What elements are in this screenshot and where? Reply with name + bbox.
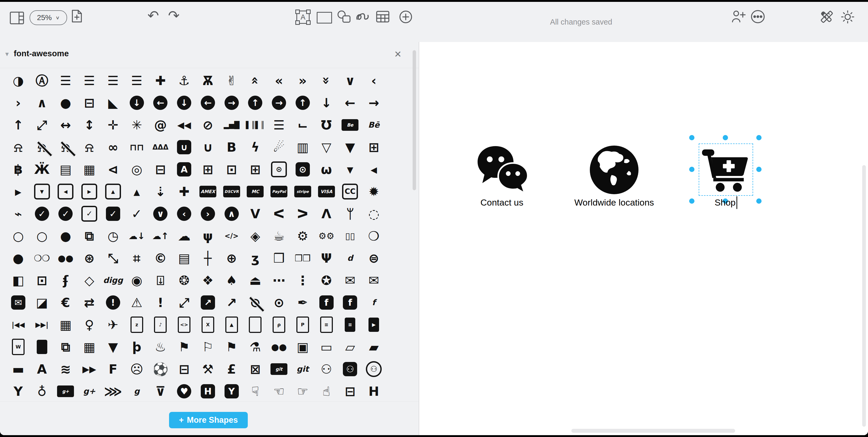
shape-cc-visa-icon[interactable]: VISA — [315, 181, 338, 202]
shape-compress-icon[interactable]: ⤡ — [101, 247, 125, 269]
shape-codepen-icon[interactable]: ◈ — [244, 225, 267, 247]
shape-bell-slash-o-icon[interactable]: ⍾ — [30, 136, 54, 158]
shape-google-plus-square-icon[interactable]: g+ — [54, 380, 78, 402]
shape-comments-o-icon[interactable]: ❍❍ — [30, 247, 54, 269]
selection-handle-sw[interactable] — [689, 198, 694, 204]
shape-code-icon[interactable]: </> — [220, 225, 244, 247]
shape-eye-icon[interactable]: ⊙ — [267, 291, 291, 314]
shape-file-image-o-icon[interactable]: ▲ — [220, 314, 244, 336]
shape-header-icon[interactable]: H — [362, 380, 386, 402]
shape-building-o-icon[interactable]: ▤ — [54, 158, 78, 181]
shape-angle-double-left-icon[interactable]: « — [267, 69, 291, 92]
shape-beer-icon[interactable]: ℧ — [315, 114, 338, 136]
shape-bitbucket-icon[interactable]: ∪ — [196, 136, 220, 158]
shape-arrow-circle-right-icon[interactable]: → — [267, 92, 291, 114]
sketch-style-button[interactable] — [819, 9, 834, 25]
shape-cloud-upload-icon[interactable]: ☁↑ — [149, 225, 173, 247]
shape-gift-icon[interactable]: ⊠ — [244, 358, 267, 380]
shape-google-icon[interactable]: g — [125, 380, 149, 402]
wechat-shape[interactable] — [475, 144, 529, 196]
shape-flag-icon[interactable]: ⚑ — [220, 336, 244, 358]
shape-file-code-o-icon[interactable]: <> — [172, 314, 196, 336]
shape-certificate-icon[interactable]: ✹ — [362, 181, 386, 202]
rectangle-tool-button[interactable] — [317, 12, 332, 24]
shape-cubes-icon[interactable]: ❒❒ — [291, 247, 315, 269]
selection-handle-ne[interactable] — [756, 135, 762, 140]
shape-circle-o-notch-icon[interactable]: ◌ — [362, 202, 386, 225]
shape-crop-icon[interactable]: ┼ — [196, 247, 220, 269]
shape-calendar-o-icon[interactable]: ⊡ — [220, 158, 244, 181]
shape-cc-amex-icon[interactable]: AMEX — [196, 181, 220, 202]
selection-handle-n[interactable] — [723, 135, 728, 140]
selection-handle-se[interactable] — [756, 198, 762, 204]
shape-foursquare-icon[interactable]: F — [101, 358, 125, 380]
shape-folder-open-icon[interactable]: ▰ — [362, 336, 386, 358]
shape-arrow-circle-o-up-icon[interactable]: ↑ — [244, 92, 267, 114]
shape-caret-square-o-up-icon[interactable]: ▴ — [101, 181, 125, 202]
shape-chevron-down-icon[interactable]: ᐯ — [244, 202, 267, 225]
shape-coffee-icon[interactable]: ☕ — [267, 225, 291, 247]
shape-download-icon[interactable]: ⍗ — [149, 269, 173, 291]
shape-angle-up-icon[interactable]: ∧ — [30, 92, 54, 114]
shape-barcode-icon[interactable]: ▌║▌║ — [244, 114, 267, 136]
shape-bullseye-icon[interactable]: ◎ — [125, 158, 149, 181]
shape-digg-icon[interactable]: digg — [101, 269, 125, 291]
shape-ban-icon[interactable]: ⊘ — [196, 114, 220, 136]
shape-bitbucket-square-icon[interactable]: ∪ — [172, 136, 196, 158]
shape-database-icon[interactable]: ⊜ — [362, 247, 386, 269]
shape-building-icon[interactable]: ▦ — [78, 158, 101, 181]
shape-flag-o-icon[interactable]: ⚐ — [196, 336, 220, 358]
shape-female-icon[interactable]: ♀ — [78, 314, 101, 336]
shape-bullhorn-icon[interactable]: ⊲ — [101, 158, 125, 181]
shape-crosshairs-icon[interactable]: ⊕ — [220, 247, 244, 269]
shape-at-icon[interactable]: @ — [149, 114, 173, 136]
shape-camera-icon[interactable]: ⊙ — [291, 158, 315, 181]
shape-child-icon[interactable]: ᛘ — [338, 202, 362, 225]
shape-cc-icon[interactable]: CC — [338, 181, 362, 202]
shape-cc-stripe-icon[interactable]: stripe — [291, 181, 315, 202]
shape-code-fork-icon[interactable]: ψ — [196, 225, 220, 247]
shape-cart-plus-icon[interactable]: ✚ — [172, 181, 196, 202]
shape-arrow-circle-o-right-icon[interactable]: → — [220, 92, 244, 114]
shape-facebook-square-icon[interactable]: f — [338, 291, 362, 314]
shape-expand-icon[interactable]: ⤢ — [172, 291, 196, 314]
shape-exchange-icon[interactable]: ⇄ — [78, 291, 101, 314]
shape-hand-o-right-icon[interactable]: ☞ — [291, 380, 315, 402]
shape-cloud-icon[interactable]: ☁ — [172, 225, 196, 247]
shape-comment-icon[interactable]: ● — [6, 247, 30, 269]
shape-anchor-icon[interactable]: ⚓ — [172, 69, 196, 92]
shape-circle-thin-icon[interactable]: ○ — [30, 225, 54, 247]
shape-hand-o-up-icon[interactable]: ☝ — [315, 380, 338, 402]
shape-frown-o-icon[interactable]: ☹ — [125, 358, 149, 380]
shape-bug-icon[interactable]: Ӝ — [30, 158, 54, 181]
shape-cc-discover-icon[interactable]: DSCVR — [220, 181, 244, 202]
shape-github-square-icon[interactable]: ⚇ — [338, 358, 362, 380]
shape-arrow-down-icon[interactable]: ↓ — [315, 92, 338, 114]
shape-envelope-square-icon[interactable]: ✉ — [6, 291, 30, 314]
more-shapes-button[interactable]: + More Shapes — [169, 412, 248, 428]
shape-angle-left-icon[interactable]: ‹ — [362, 69, 386, 92]
shape-file-icon[interactable] — [30, 336, 54, 358]
shape-cloud-download-icon[interactable]: ☁↓ — [125, 225, 149, 247]
shape-file-o-icon[interactable] — [244, 314, 267, 336]
shape-dashcube-icon[interactable]: d — [338, 247, 362, 269]
shape-fighter-jet-icon[interactable]: ✈ — [101, 314, 125, 336]
shape-angle-double-down-icon[interactable]: « — [244, 69, 267, 92]
shape-fast-backward-icon[interactable]: |◀◀ — [6, 314, 30, 336]
shape-facebook-icon[interactable]: f — [362, 291, 386, 314]
shape-credit-card-icon[interactable]: ▤ — [172, 247, 196, 269]
shape-futbol-o-icon[interactable]: ⚽ — [149, 358, 173, 380]
shape-hdd-o-icon[interactable]: ⊟ — [338, 380, 362, 402]
shape-align-right-icon[interactable]: ☰ — [125, 69, 149, 92]
shape-facebook-official-icon[interactable]: f — [315, 291, 338, 314]
shape-calendar-icon[interactable]: ⊞ — [244, 158, 267, 181]
shape-bold-icon[interactable]: B — [220, 136, 244, 158]
shape-btc-icon[interactable]: ฿ — [6, 158, 30, 181]
shape-file-video-o-icon[interactable]: ▶ — [362, 314, 386, 336]
insert-shape-button[interactable] — [399, 10, 412, 24]
shape-cart-arrow-down-icon[interactable]: ⇣ — [149, 181, 173, 202]
shape-chevron-circle-right-icon[interactable]: › — [196, 202, 220, 225]
shape-angle-double-right-icon[interactable]: » — [291, 69, 315, 92]
shape-bars-icon[interactable]: ☰ — [267, 114, 291, 136]
shape-buysellads-icon[interactable]: A — [172, 158, 196, 181]
